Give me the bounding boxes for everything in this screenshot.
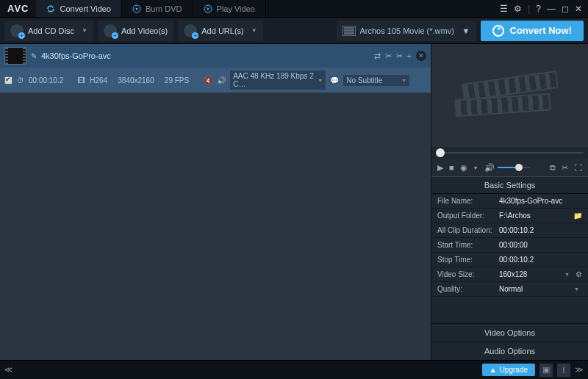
refresh-icon <box>46 4 55 13</box>
button-label: Add CD Disc <box>28 26 74 35</box>
duration-value: 00:00:10.2 <box>29 76 63 84</box>
separator: | <box>159 77 160 84</box>
svg-point-1 <box>136 7 138 10</box>
play-icon <box>204 4 212 13</box>
setting-value[interactable]: Normal <box>499 285 574 293</box>
convert-icon <box>492 25 504 37</box>
link-icon[interactable]: ⧉ <box>550 163 556 173</box>
tab-convert-video[interactable]: Convert Video <box>36 0 122 17</box>
stop-icon[interactable]: ■ <box>449 163 454 172</box>
video-filename: 4k30fps-GoPro-avc <box>41 51 111 60</box>
preview-area <box>431 44 588 147</box>
cut-icon[interactable]: ✂ <box>385 51 392 61</box>
volume-icon[interactable]: 🔊 <box>484 163 495 173</box>
disc-icon <box>132 4 141 13</box>
title-bar: AVC Convert Video Burn DVD Play Video ☰ … <box>0 0 588 18</box>
setting-clip-duration: All Clip Duration: 00:00:10.2 <box>431 223 588 238</box>
folder-icon[interactable]: 📁 <box>573 212 582 220</box>
add-videos-button[interactable]: Add Video(s) <box>98 21 173 41</box>
video-options-button[interactable]: Video Options <box>431 323 588 342</box>
main-tabs: Convert Video Burn DVD Play Video <box>36 0 265 17</box>
seek-knob[interactable] <box>436 148 445 157</box>
expand-icon[interactable]: ⛶ <box>574 163 582 172</box>
output-profile-select[interactable]: Archos 105 Movie (*.wmv) ▼ <box>337 21 476 41</box>
remove-icon[interactable]: ✕ <box>416 51 426 61</box>
merge-icon[interactable]: ⇄ <box>374 51 381 61</box>
seek-track <box>436 152 584 154</box>
video-codec-icon: 🎞 <box>78 76 85 84</box>
crop-icon[interactable]: ✂ <box>396 51 403 61</box>
audio-options-button[interactable]: Audio Options <box>431 342 588 360</box>
upgrade-button[interactable]: ▲ Upgrade <box>482 364 535 376</box>
close-icon[interactable]: ✕ <box>575 4 582 14</box>
tab-label: Play Video <box>217 4 255 13</box>
item-checkbox[interactable] <box>4 76 12 84</box>
volume-knob[interactable] <box>515 164 523 171</box>
add-cd-button[interactable]: Add CD Disc ▼ <box>4 21 93 41</box>
audio-mute-icon[interactable]: 🔇 <box>204 76 212 84</box>
setting-value[interactable]: 00:00:00 <box>499 241 582 249</box>
minimize-icon[interactable]: — <box>547 4 556 14</box>
setting-value[interactable]: 00:00:10.2 <box>499 256 582 264</box>
speaker-icon: 🔊 <box>217 76 226 84</box>
add-icon[interactable]: + <box>407 51 412 60</box>
right-panel: ▶ ■ ◉ ▼ 🔊 ⧉ ✂ ⛶ Basic Settings File Name… <box>431 44 588 360</box>
add-disc-icon <box>10 24 24 37</box>
setting-value[interactable]: 160x128 <box>499 270 564 278</box>
setting-value[interactable]: F:\Archos <box>499 212 570 220</box>
empty-list-area <box>0 93 431 360</box>
main-area: ✎ 4k30fps-GoPro-avc ⇄ ✂ ✂ + ✕ ⏱ 00:00:10… <box>0 44 588 360</box>
volume-track[interactable] <box>498 167 530 168</box>
edit-icon[interactable]: ✎ <box>31 52 37 60</box>
setting-value[interactable]: 4k30fps-GoPro-avc <box>499 197 582 205</box>
chevron-down-icon: ▼ <box>462 26 470 35</box>
profile-icon <box>343 26 356 36</box>
setting-label: Start Time: <box>437 241 499 249</box>
chevron-down-icon: ▼ <box>401 78 406 83</box>
setting-label: File Name: <box>437 197 499 205</box>
facebook-icon[interactable]: f <box>557 364 570 377</box>
add-urls-button[interactable]: Add URL(s) ▼ <box>178 21 262 41</box>
setting-output-folder: Output Folder: F:\Archos 📁 <box>431 209 588 223</box>
setting-start-time: Start Time: 00:00:00 <box>431 238 588 253</box>
button-label: Upgrade <box>500 366 528 374</box>
setting-label: Output Folder: <box>437 212 499 220</box>
separator: 〉 <box>193 76 199 84</box>
menu-icon[interactable]: ☰ <box>500 4 508 14</box>
gear-icon[interactable]: ⚙ <box>514 4 522 14</box>
chevron-down-icon: ▼ <box>82 27 87 34</box>
collapse-left-icon[interactable]: ≪ <box>4 365 13 375</box>
chevron-down-icon[interactable]: ▼ <box>574 286 579 292</box>
setting-label: Video Size: <box>437 270 499 278</box>
volume-control: 🔊 <box>484 163 530 173</box>
play-icon[interactable]: ▶ <box>437 163 443 173</box>
setting-label: Quality: <box>437 285 499 293</box>
status-bar: ≪ ▲ Upgrade ▣ f ≫ <box>0 360 588 379</box>
chevron-down-icon[interactable]: ▼ <box>564 272 570 277</box>
gear-icon[interactable]: ⚙ <box>576 270 582 278</box>
tab-play-video[interactable]: Play Video <box>193 0 266 17</box>
separator: 〉 <box>68 76 74 84</box>
convert-button[interactable]: Convert Now! <box>481 21 584 41</box>
snapshot-icon[interactable]: ◉ <box>460 163 467 173</box>
separator: | <box>112 77 113 84</box>
subtitle-select[interactable]: No Subtitle ▼ <box>343 75 409 86</box>
subtitle-icon: 💬 <box>330 76 339 84</box>
fps-value: 29 FPS <box>165 76 189 84</box>
video-thumbnail[interactable] <box>4 47 26 65</box>
divider: | <box>528 4 530 14</box>
setting-quality: Quality: Normal ▼ <box>431 282 588 297</box>
profile-label: Archos 105 Movie (*.wmv) <box>360 26 458 35</box>
twitter-icon[interactable]: ▣ <box>539 364 553 377</box>
maximize-icon[interactable]: ◻ <box>562 4 569 14</box>
chevron-down-icon[interactable]: ▼ <box>473 165 478 170</box>
tab-burn-dvd[interactable]: Burn DVD <box>122 0 193 17</box>
audio-track-select[interactable]: AAC 48 KHz 189 Kbps 2 C… ▼ <box>230 71 326 90</box>
preview-seek-slider[interactable] <box>431 147 588 159</box>
preview-controls: ▶ ■ ◉ ▼ 🔊 ⧉ ✂ ⛶ <box>431 159 588 176</box>
trim-icon[interactable]: ✂ <box>562 163 568 173</box>
audio-value: AAC 48 KHz 189 Kbps 2 C… <box>233 72 315 88</box>
collapse-right-icon[interactable]: ≫ <box>575 365 584 375</box>
duration-icon: ⏱ <box>17 76 24 84</box>
help-icon[interactable]: ? <box>536 4 541 14</box>
